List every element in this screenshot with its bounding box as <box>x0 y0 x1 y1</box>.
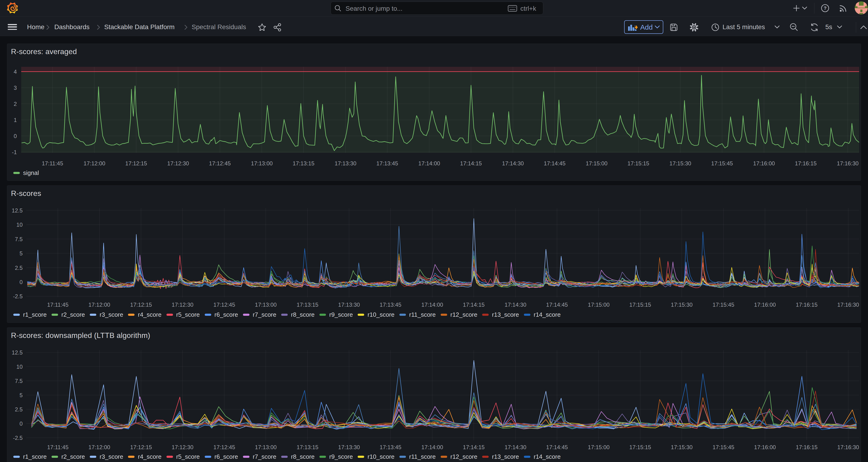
svg-text:?: ? <box>824 6 827 11</box>
svg-text:4: 4 <box>14 68 17 75</box>
svg-text:17:16:30: 17:16:30 <box>837 160 859 166</box>
svg-text:17:13:15: 17:13:15 <box>297 302 318 308</box>
svg-text:17:14:30: 17:14:30 <box>504 302 526 308</box>
svg-text:17:13:00: 17:13:00 <box>255 302 277 308</box>
svg-text:17:12:45: 17:12:45 <box>213 444 235 450</box>
svg-text:17:15:45: 17:15:45 <box>712 444 734 450</box>
svg-text:17:15:15: 17:15:15 <box>629 302 651 308</box>
svg-text:17:15:30: 17:15:30 <box>669 160 691 166</box>
svg-text:17:13:30: 17:13:30 <box>338 444 360 450</box>
svg-text:17:13:15: 17:13:15 <box>297 444 318 450</box>
svg-text:12.5: 12.5 <box>12 207 23 214</box>
svg-text:17:14:00: 17:14:00 <box>421 302 443 308</box>
svg-text:5: 5 <box>20 250 23 256</box>
svg-text:17:12:45: 17:12:45 <box>213 302 235 308</box>
svg-text:17:16:15: 17:16:15 <box>796 444 817 450</box>
svg-text:17:13:00: 17:13:00 <box>255 444 277 450</box>
svg-text:17:11:45: 17:11:45 <box>42 160 63 166</box>
svg-text:17:14:30: 17:14:30 <box>504 444 526 450</box>
svg-text:17:12:30: 17:12:30 <box>172 444 193 450</box>
svg-text:3: 3 <box>14 85 17 91</box>
svg-text:17:15:00: 17:15:00 <box>586 160 607 166</box>
svg-text:17:11:45: 17:11:45 <box>47 302 68 308</box>
svg-text:17:16:15: 17:16:15 <box>796 302 817 308</box>
svg-text:17:16:30: 17:16:30 <box>837 302 859 308</box>
svg-text:17:13:45: 17:13:45 <box>376 160 398 166</box>
svg-text:17:14:15: 17:14:15 <box>463 444 485 450</box>
svg-text:17:14:45: 17:14:45 <box>544 160 565 166</box>
svg-text:7.5: 7.5 <box>15 236 23 242</box>
svg-text:17:14:15: 17:14:15 <box>463 302 485 308</box>
svg-text:17:13:00: 17:13:00 <box>251 160 273 166</box>
svg-text:17:15:30: 17:15:30 <box>671 302 692 308</box>
svg-text:17:15:15: 17:15:15 <box>627 160 649 166</box>
svg-text:1: 1 <box>14 117 17 123</box>
svg-text:7.5: 7.5 <box>15 378 23 384</box>
svg-text:-1: -1 <box>12 149 17 155</box>
svg-text:17:12:00: 17:12:00 <box>88 444 110 450</box>
svg-text:12.5: 12.5 <box>12 349 23 356</box>
svg-text:17:14:00: 17:14:00 <box>418 160 440 166</box>
svg-text:17:16:15: 17:16:15 <box>795 160 816 166</box>
svg-text:17:11:45: 17:11:45 <box>47 444 68 450</box>
svg-text:5: 5 <box>20 392 23 398</box>
svg-text:17:12:15: 17:12:15 <box>130 444 152 450</box>
svg-text:17:14:45: 17:14:45 <box>546 444 568 450</box>
svg-text:2.5: 2.5 <box>15 406 23 412</box>
svg-text:-2.5: -2.5 <box>13 435 23 441</box>
svg-text:2.5: 2.5 <box>15 265 23 271</box>
svg-text:17:16:00: 17:16:00 <box>754 302 776 308</box>
svg-text:17:12:00: 17:12:00 <box>88 302 110 308</box>
svg-text:17:13:30: 17:13:30 <box>335 160 356 166</box>
svg-text:17:14:30: 17:14:30 <box>502 160 524 166</box>
svg-text:17:13:15: 17:13:15 <box>292 160 314 166</box>
svg-text:17:12:15: 17:12:15 <box>130 302 152 308</box>
svg-text:17:15:00: 17:15:00 <box>588 302 610 308</box>
svg-text:17:12:30: 17:12:30 <box>167 160 189 166</box>
svg-text:17:15:00: 17:15:00 <box>588 444 610 450</box>
svg-text:10: 10 <box>16 221 23 228</box>
svg-text:17:13:45: 17:13:45 <box>379 444 401 450</box>
svg-text:17:14:15: 17:14:15 <box>460 160 482 166</box>
svg-text:17:12:30: 17:12:30 <box>172 302 193 308</box>
svg-text:-2.5: -2.5 <box>13 293 23 300</box>
svg-text:17:16:30: 17:16:30 <box>837 444 859 450</box>
svg-text:0: 0 <box>20 421 23 427</box>
svg-text:17:14:00: 17:14:00 <box>421 444 443 450</box>
svg-text:17:13:30: 17:13:30 <box>338 302 360 308</box>
svg-text:17:12:00: 17:12:00 <box>84 160 105 166</box>
svg-text:0: 0 <box>20 279 23 285</box>
svg-text:2: 2 <box>14 101 17 107</box>
svg-text:17:14:45: 17:14:45 <box>546 302 568 308</box>
svg-text:17:12:15: 17:12:15 <box>125 160 147 166</box>
svg-text:10: 10 <box>16 364 23 370</box>
svg-text:17:12:45: 17:12:45 <box>209 160 230 166</box>
svg-text:17:15:45: 17:15:45 <box>712 302 734 308</box>
svg-text:17:16:00: 17:16:00 <box>753 160 775 166</box>
svg-text:0: 0 <box>14 133 17 139</box>
svg-text:17:15:30: 17:15:30 <box>671 444 692 450</box>
svg-text:17:16:00: 17:16:00 <box>754 444 776 450</box>
svg-text:17:15:45: 17:15:45 <box>711 160 733 166</box>
svg-text:17:13:45: 17:13:45 <box>379 302 401 308</box>
svg-text:17:15:15: 17:15:15 <box>629 444 651 450</box>
